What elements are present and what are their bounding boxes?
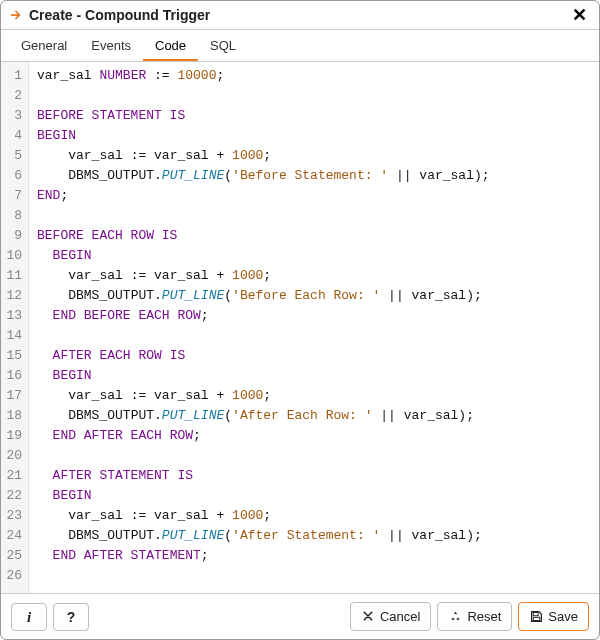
titlebar: Create - Compound Trigger ✕ — [1, 1, 599, 30]
help-button[interactable]: ? — [53, 603, 89, 631]
tab-events[interactable]: Events — [79, 30, 143, 61]
code-line[interactable]: BEGIN — [37, 366, 591, 386]
line-number: 18 — [5, 406, 22, 426]
code-line[interactable]: var_sal NUMBER := 10000; — [37, 66, 591, 86]
reset-label: Reset — [467, 609, 501, 624]
code-line[interactable]: END; — [37, 186, 591, 206]
code-line[interactable]: BEGIN — [37, 486, 591, 506]
code-line[interactable]: END AFTER STATEMENT; — [37, 546, 591, 566]
dialog: Create - Compound Trigger ✕ GeneralEvent… — [0, 0, 600, 640]
line-number: 20 — [5, 446, 22, 466]
code-line[interactable]: var_sal := var_sal + 1000; — [37, 266, 591, 286]
code-area[interactable]: var_sal NUMBER := 10000; BEFORE STATEMEN… — [29, 62, 599, 593]
info-button[interactable]: i — [11, 603, 47, 631]
line-number: 7 — [5, 186, 22, 206]
line-number: 26 — [5, 566, 22, 586]
cancel-label: Cancel — [380, 609, 420, 624]
line-number: 1 — [5, 66, 22, 86]
help-icon: ? — [64, 610, 78, 624]
line-number: 11 — [5, 266, 22, 286]
line-number: 13 — [5, 306, 22, 326]
code-line[interactable] — [37, 326, 591, 346]
code-line[interactable] — [37, 206, 591, 226]
code-line[interactable]: BEGIN — [37, 126, 591, 146]
recycle-icon — [448, 610, 462, 624]
close-icon[interactable]: ✕ — [570, 6, 589, 24]
line-number: 24 — [5, 526, 22, 546]
line-number: 21 — [5, 466, 22, 486]
arrow-right-icon — [9, 8, 23, 22]
x-icon — [361, 610, 375, 624]
code-line[interactable] — [37, 566, 591, 586]
line-number: 4 — [5, 126, 22, 146]
line-number: 22 — [5, 486, 22, 506]
line-number: 16 — [5, 366, 22, 386]
line-number: 5 — [5, 146, 22, 166]
line-number: 15 — [5, 346, 22, 366]
code-line[interactable]: DBMS_OUTPUT.PUT_LINE('After Statement: '… — [37, 526, 591, 546]
line-gutter: 1234567891011121314151617181920212223242… — [1, 62, 29, 593]
info-icon: i — [22, 610, 36, 624]
cancel-button[interactable]: Cancel — [350, 602, 431, 631]
save-button[interactable]: Save — [518, 602, 589, 631]
code-line[interactable]: AFTER EACH ROW IS — [37, 346, 591, 366]
line-number: 14 — [5, 326, 22, 346]
tabs: GeneralEventsCodeSQL — [1, 30, 599, 62]
code-line[interactable]: var_sal := var_sal + 1000; — [37, 386, 591, 406]
line-number: 17 — [5, 386, 22, 406]
code-line[interactable]: var_sal := var_sal + 1000; — [37, 506, 591, 526]
line-number: 12 — [5, 286, 22, 306]
save-icon — [529, 610, 543, 624]
svg-rect-1 — [533, 617, 540, 620]
reset-button[interactable]: Reset — [437, 602, 512, 631]
line-number: 2 — [5, 86, 22, 106]
code-line[interactable]: END BEFORE EACH ROW; — [37, 306, 591, 326]
code-line[interactable]: DBMS_OUTPUT.PUT_LINE('Before Each Row: '… — [37, 286, 591, 306]
line-number: 10 — [5, 246, 22, 266]
code-line[interactable] — [37, 446, 591, 466]
dialog-title: Create - Compound Trigger — [29, 7, 210, 23]
tab-code[interactable]: Code — [143, 30, 198, 61]
footer: i ? Cancel Reset — [1, 594, 599, 639]
line-number: 8 — [5, 206, 22, 226]
code-line[interactable] — [37, 86, 591, 106]
tab-general[interactable]: General — [9, 30, 79, 61]
tab-sql[interactable]: SQL — [198, 30, 248, 61]
code-line[interactable]: var_sal := var_sal + 1000; — [37, 146, 591, 166]
line-number: 3 — [5, 106, 22, 126]
line-number: 23 — [5, 506, 22, 526]
line-number: 19 — [5, 426, 22, 446]
line-number: 25 — [5, 546, 22, 566]
line-number: 6 — [5, 166, 22, 186]
code-line[interactable]: DBMS_OUTPUT.PUT_LINE('Before Statement: … — [37, 166, 591, 186]
code-editor[interactable]: 1234567891011121314151617181920212223242… — [1, 62, 599, 594]
code-line[interactable]: BEFORE EACH ROW IS — [37, 226, 591, 246]
save-label: Save — [548, 609, 578, 624]
line-number: 9 — [5, 226, 22, 246]
code-line[interactable]: END AFTER EACH ROW; — [37, 426, 591, 446]
code-line[interactable]: AFTER STATEMENT IS — [37, 466, 591, 486]
code-line[interactable]: DBMS_OUTPUT.PUT_LINE('After Each Row: ' … — [37, 406, 591, 426]
code-line[interactable]: BEGIN — [37, 246, 591, 266]
svg-rect-0 — [533, 612, 538, 615]
code-line[interactable]: BEFORE STATEMENT IS — [37, 106, 591, 126]
